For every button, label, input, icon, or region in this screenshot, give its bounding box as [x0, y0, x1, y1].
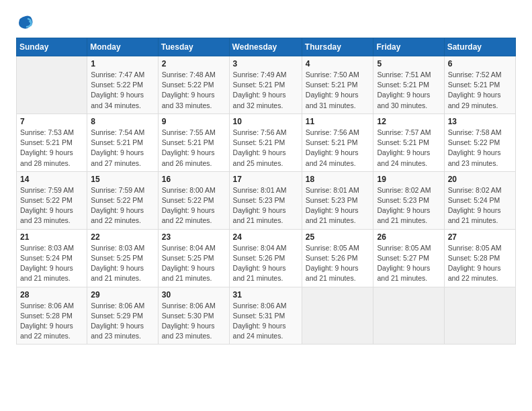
sunset-label: Sunset: 5:22 PM — [91, 196, 143, 204]
sunset-label: Sunset: 5:30 PM — [162, 312, 214, 320]
day-info: Sunrise: 8:00 AM Sunset: 5:22 PM Dayligh… — [162, 185, 226, 226]
day-number: 14 — [20, 175, 83, 184]
sunset-label: Sunset: 5:21 PM — [377, 81, 429, 89]
calendar-header-thursday: Thursday — [302, 38, 373, 56]
day-info: Sunrise: 8:02 AM Sunset: 5:24 PM Dayligh… — [448, 185, 512, 226]
calendar-cell: 30 Sunrise: 8:06 AM Sunset: 5:30 PM Dayl… — [158, 287, 229, 345]
day-info: Sunrise: 7:58 AM Sunset: 5:22 PM Dayligh… — [448, 128, 512, 169]
sunrise-label: Sunrise: 8:02 AM — [377, 186, 431, 194]
day-number: 22 — [91, 232, 154, 242]
daylight-label: Daylight: 9 hours and 21 minutes. — [91, 264, 144, 282]
daylight-label: Daylight: 9 hours and 21 minutes. — [306, 264, 359, 282]
day-number: 24 — [233, 232, 298, 242]
calendar-week-2: 7 Sunrise: 7:53 AM Sunset: 5:21 PM Dayli… — [17, 113, 516, 171]
calendar-header-monday: Monday — [87, 38, 159, 56]
sunrise-label: Sunrise: 8:06 AM — [233, 302, 287, 310]
day-number: 4 — [306, 59, 370, 68]
sunrise-label: Sunrise: 8:03 AM — [91, 244, 144, 252]
calendar-cell: 14 Sunrise: 7:59 AM Sunset: 5:22 PM Dayl… — [17, 171, 87, 229]
daylight-label: Daylight: 9 hours and 24 minutes. — [377, 148, 430, 167]
sunrise-label: Sunrise: 8:01 AM — [306, 186, 359, 194]
sunset-label: Sunset: 5:23 PM — [233, 196, 285, 204]
day-number: 8 — [91, 117, 154, 126]
day-info: Sunrise: 8:06 AM Sunset: 5:29 PM Dayligh… — [91, 301, 154, 342]
sunrise-label: Sunrise: 7:54 AM — [91, 128, 144, 136]
calendar-header-wednesday: Wednesday — [229, 38, 302, 56]
sunset-label: Sunset: 5:23 PM — [306, 196, 358, 204]
sunset-label: Sunset: 5:21 PM — [20, 138, 73, 146]
calendar-week-3: 14 Sunrise: 7:59 AM Sunset: 5:22 PM Dayl… — [17, 171, 516, 229]
sunrise-label: Sunrise: 8:05 AM — [377, 244, 431, 252]
day-info: Sunrise: 8:05 AM Sunset: 5:26 PM Dayligh… — [306, 243, 370, 284]
day-number: 13 — [448, 117, 512, 126]
calendar-cell: 10 Sunrise: 7:56 AM Sunset: 5:21 PM Dayl… — [229, 113, 302, 171]
daylight-label: Daylight: 9 hours and 21 minutes. — [162, 264, 215, 282]
day-info: Sunrise: 8:03 AM Sunset: 5:25 PM Dayligh… — [91, 243, 154, 284]
calendar-cell: 24 Sunrise: 8:04 AM Sunset: 5:26 PM Dayl… — [229, 229, 302, 287]
day-number: 28 — [20, 290, 83, 300]
day-info: Sunrise: 8:04 AM Sunset: 5:26 PM Dayligh… — [233, 243, 298, 284]
day-info: Sunrise: 8:03 AM Sunset: 5:24 PM Dayligh… — [20, 243, 83, 284]
calendar-header-sunday: Sunday — [17, 38, 87, 56]
day-number: 1 — [91, 59, 154, 68]
sunrise-label: Sunrise: 8:02 AM — [448, 186, 502, 194]
day-number: 12 — [377, 117, 440, 126]
sunset-label: Sunset: 5:22 PM — [448, 138, 500, 146]
day-number: 30 — [162, 290, 226, 300]
calendar-week-5: 28 Sunrise: 8:06 AM Sunset: 5:28 PM Dayl… — [17, 287, 516, 345]
sunset-label: Sunset: 5:21 PM — [233, 81, 285, 89]
day-number: 17 — [233, 175, 298, 184]
calendar-cell: 1 Sunrise: 7:47 AM Sunset: 5:22 PM Dayli… — [87, 56, 159, 114]
sunset-label: Sunset: 5:22 PM — [20, 196, 73, 204]
day-info: Sunrise: 8:02 AM Sunset: 5:23 PM Dayligh… — [377, 185, 440, 226]
day-info: Sunrise: 8:06 AM Sunset: 5:28 PM Dayligh… — [20, 301, 83, 342]
day-number: 16 — [162, 175, 226, 184]
sunset-label: Sunset: 5:21 PM — [306, 81, 358, 89]
day-number: 11 — [306, 117, 370, 126]
sunset-label: Sunset: 5:31 PM — [233, 312, 285, 320]
calendar-cell: 28 Sunrise: 8:06 AM Sunset: 5:28 PM Dayl… — [17, 287, 87, 345]
calendar-cell — [302, 287, 373, 345]
sunset-label: Sunset: 5:25 PM — [91, 254, 143, 262]
sunrise-label: Sunrise: 7:52 AM — [448, 71, 502, 79]
day-number: 29 — [91, 290, 154, 300]
daylight-label: Daylight: 9 hours and 23 minutes. — [162, 322, 215, 340]
sunset-label: Sunset: 5:24 PM — [20, 254, 73, 262]
sunrise-label: Sunrise: 8:05 AM — [306, 244, 359, 252]
sunset-label: Sunset: 5:21 PM — [233, 138, 285, 146]
day-number: 25 — [306, 232, 370, 242]
sunrise-label: Sunrise: 7:50 AM — [306, 71, 359, 79]
sunset-label: Sunset: 5:21 PM — [377, 138, 429, 146]
logo-icon — [16, 13, 35, 32]
calendar-cell: 12 Sunrise: 7:57 AM Sunset: 5:21 PM Dayl… — [373, 113, 444, 171]
sunrise-label: Sunrise: 7:58 AM — [448, 128, 502, 136]
daylight-label: Daylight: 9 hours and 21 minutes. — [233, 206, 286, 224]
day-info: Sunrise: 8:01 AM Sunset: 5:23 PM Dayligh… — [306, 185, 370, 226]
calendar-header-row: SundayMondayTuesdayWednesdayThursdayFrid… — [17, 38, 516, 56]
daylight-label: Daylight: 9 hours and 29 minutes. — [448, 91, 501, 109]
logo — [16, 13, 38, 32]
sunset-label: Sunset: 5:29 PM — [91, 312, 143, 320]
calendar-cell: 27 Sunrise: 8:05 AM Sunset: 5:28 PM Dayl… — [444, 229, 515, 287]
day-number: 6 — [448, 59, 512, 68]
day-info: Sunrise: 8:05 AM Sunset: 5:28 PM Dayligh… — [448, 243, 512, 284]
calendar-cell: 22 Sunrise: 8:03 AM Sunset: 5:25 PM Dayl… — [87, 229, 159, 287]
sunset-label: Sunset: 5:22 PM — [162, 81, 214, 89]
daylight-label: Daylight: 9 hours and 23 minutes. — [91, 322, 144, 340]
day-info: Sunrise: 7:52 AM Sunset: 5:21 PM Dayligh… — [448, 70, 512, 111]
calendar-cell: 29 Sunrise: 8:06 AM Sunset: 5:29 PM Dayl… — [87, 287, 159, 345]
page: SundayMondayTuesdayWednesdayThursdayFrid… — [0, 0, 532, 411]
sunset-label: Sunset: 5:28 PM — [448, 254, 500, 262]
daylight-label: Daylight: 9 hours and 24 minutes. — [306, 148, 359, 167]
day-info: Sunrise: 7:48 AM Sunset: 5:22 PM Dayligh… — [162, 70, 226, 111]
day-info: Sunrise: 7:57 AM Sunset: 5:21 PM Dayligh… — [377, 128, 440, 169]
sunset-label: Sunset: 5:28 PM — [20, 312, 73, 320]
sunrise-label: Sunrise: 8:00 AM — [162, 186, 216, 194]
day-number: 20 — [448, 175, 512, 184]
sunset-label: Sunset: 5:21 PM — [448, 81, 500, 89]
daylight-label: Daylight: 9 hours and 21 minutes. — [306, 206, 359, 224]
sunrise-label: Sunrise: 8:06 AM — [162, 302, 216, 310]
day-number: 26 — [377, 232, 440, 242]
day-number: 10 — [233, 117, 298, 126]
calendar-cell: 3 Sunrise: 7:49 AM Sunset: 5:21 PM Dayli… — [229, 56, 302, 114]
